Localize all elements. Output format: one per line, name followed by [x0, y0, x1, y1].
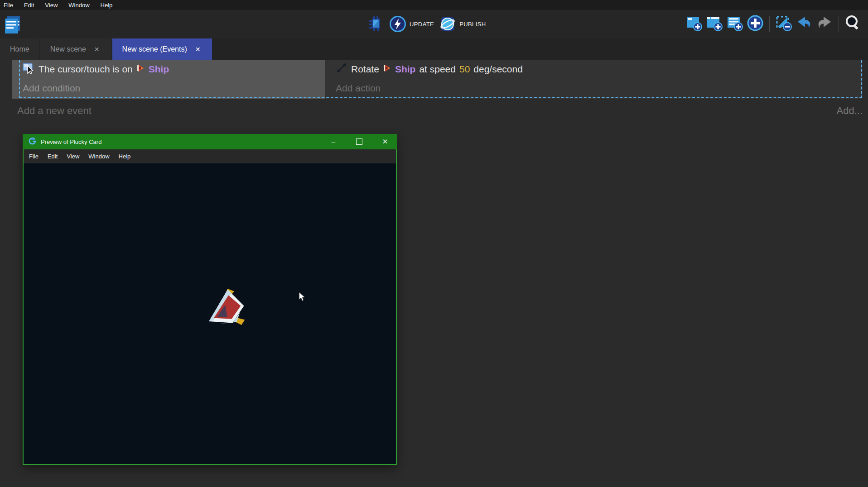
- preview-window[interactable]: Preview of Plucky Card – ✕ File Edit Vie…: [23, 134, 397, 465]
- main-toolbar: UPDATE PUBLISH: [0, 10, 868, 38]
- event-conditions-column[interactable]: The cursor/touch is on Ship Add conditio…: [12, 60, 325, 99]
- menu-help[interactable]: Help: [101, 2, 113, 9]
- debugger-icon[interactable]: [367, 14, 384, 33]
- tab-home[interactable]: Home: [0, 38, 39, 60]
- update-label: UPDATE: [410, 21, 434, 28]
- editor-tabs: Home New scene ✕ New scene (Events) ✕: [0, 38, 868, 60]
- ship-object-icon: [136, 64, 145, 75]
- add-comment-icon[interactable]: [726, 14, 743, 33]
- add-action-label: Add action: [336, 83, 381, 94]
- close-tab-icon[interactable]: ✕: [92, 45, 101, 54]
- redo-icon[interactable]: [816, 14, 833, 33]
- preview-title: Preview of Plucky Card: [41, 138, 101, 145]
- preview-titlebar[interactable]: Preview of Plucky Card: [23, 134, 397, 149]
- preview-menubar: File Edit View Window Help: [23, 149, 397, 163]
- update-lightning-icon: [390, 16, 406, 32]
- rotate-icon: [336, 62, 347, 76]
- preview-menu-file[interactable]: File: [29, 153, 39, 160]
- close-icon[interactable]: ✕: [379, 134, 391, 149]
- publish-label: PUBLISH: [459, 21, 486, 28]
- add-condition-label: Add condition: [23, 83, 80, 94]
- add-subevent-icon[interactable]: [706, 14, 723, 33]
- event-actions-column[interactable]: Rotate Ship at speed 50 deg/second: [325, 60, 863, 99]
- condition-item[interactable]: The cursor/touch is on Ship: [12, 60, 325, 78]
- minimize-icon[interactable]: –: [327, 134, 340, 149]
- undo-icon[interactable]: [796, 14, 813, 33]
- tab-label: New scene (Events): [122, 45, 187, 53]
- preview-toolbar-group: UPDATE PUBLISH: [367, 14, 486, 33]
- choose-add-event-icon[interactable]: [747, 14, 764, 33]
- action-object-name: Ship: [395, 64, 416, 75]
- delete-selection-icon[interactable]: [775, 14, 792, 33]
- maximize-glyph: [356, 138, 362, 145]
- preview-menu-edit[interactable]: Edit: [48, 153, 58, 160]
- tab-new-scene[interactable]: New scene ✕: [40, 38, 111, 60]
- tab-label: New scene: [50, 45, 86, 53]
- preview-menu-window[interactable]: Window: [88, 153, 109, 160]
- add-event-dropdown-button[interactable]: Add...: [837, 105, 863, 117]
- menu-view[interactable]: View: [45, 2, 58, 9]
- condition-object-name: Ship: [149, 64, 169, 75]
- menu-edit[interactable]: Edit: [24, 2, 34, 9]
- gdevelop-window: File Edit View Window Help: [0, 0, 868, 487]
- action-text: deg/second: [473, 64, 523, 75]
- ship-object-icon: [383, 64, 391, 75]
- cursor-on-object-icon: [23, 62, 35, 76]
- maximize-icon[interactable]: [353, 134, 366, 149]
- action-text: Rotate: [351, 64, 379, 75]
- events-sheet: The cursor/touch is on Ship Add conditio…: [0, 60, 868, 487]
- mouse-cursor: [298, 292, 307, 304]
- menu-file[interactable]: File: [4, 2, 13, 9]
- tab-label: Home: [10, 45, 29, 53]
- game-canvas[interactable]: [23, 163, 397, 465]
- action-item[interactable]: Rotate Ship at speed 50 deg/second: [325, 60, 863, 78]
- preview-menu-help[interactable]: Help: [119, 153, 131, 160]
- toolbar-separator: [839, 16, 839, 32]
- action-text: at speed: [419, 64, 456, 75]
- publish-planet-icon: [439, 16, 456, 32]
- add-new-event-button[interactable]: Add a new event: [17, 105, 92, 117]
- project-manager-icon[interactable]: [4, 15, 22, 37]
- action-value: 50: [459, 64, 470, 75]
- menu-window[interactable]: Window: [68, 2, 89, 9]
- add-action-button[interactable]: Add action: [325, 78, 863, 99]
- main-menubar: File Edit View Window Help: [0, 0, 868, 10]
- close-tab-icon[interactable]: ✕: [193, 45, 203, 54]
- search-icon[interactable]: [844, 14, 862, 33]
- preview-menu-view[interactable]: View: [67, 153, 79, 160]
- events-toolbar-group: [685, 14, 862, 33]
- add-event-icon[interactable]: [685, 14, 703, 33]
- gdevelop-logo-icon: [29, 137, 36, 147]
- publish-button[interactable]: PUBLISH: [439, 16, 486, 32]
- tab-new-scene-events[interactable]: New scene (Events) ✕: [112, 38, 212, 60]
- event-row[interactable]: The cursor/touch is on Ship Add conditio…: [12, 60, 863, 99]
- update-button[interactable]: UPDATE: [390, 16, 434, 32]
- toolbar-separator: [769, 16, 770, 32]
- ship-sprite: [206, 285, 249, 327]
- add-condition-button[interactable]: Add condition: [12, 78, 325, 99]
- condition-text: The cursor/touch is on: [39, 64, 133, 75]
